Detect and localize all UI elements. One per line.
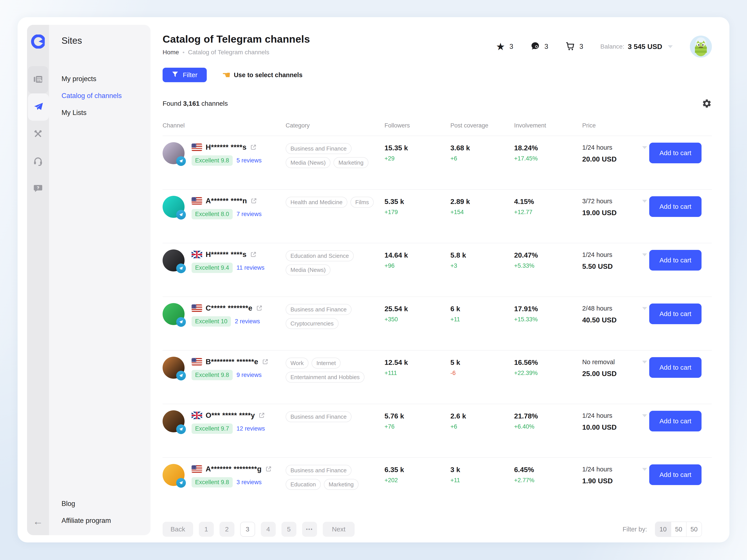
- favorites-counter[interactable]: ★ 3: [496, 42, 513, 52]
- channel-name-link[interactable]: A******* ********g: [191, 465, 272, 473]
- followers-cell: 5.35 k +179: [385, 196, 450, 215]
- country-flag-icon: [191, 251, 202, 258]
- chevron-down-icon: [642, 253, 647, 256]
- channel-name-link[interactable]: B******** ******e: [191, 358, 268, 366]
- channel-name: O*** ***** ****y: [206, 411, 255, 419]
- country-flag-icon: [191, 358, 202, 365]
- sidebar-rail-item-support[interactable]: [27, 148, 49, 175]
- sidebar-item-catalog-of-channels[interactable]: Catalog of channels: [61, 92, 122, 100]
- channel-name-link[interactable]: H****** ****s: [191, 250, 264, 259]
- pagination-page-1[interactable]: 1: [199, 522, 214, 537]
- external-link-icon[interactable]: [258, 412, 265, 419]
- channel-cell: B******** ******e Excellent 9.8 9 review…: [162, 357, 286, 380]
- sidebar-item-my-projects[interactable]: My projects: [61, 75, 122, 83]
- page-size-option-2[interactable]: 50: [686, 522, 701, 536]
- chevron-down-icon: [642, 468, 647, 471]
- price-term-dropdown[interactable]: 1/24 hours: [582, 144, 647, 151]
- price-term-dropdown[interactable]: 2/48 hours: [582, 305, 647, 312]
- sidebar: ? ← Sites My projectsCatalog of channels…: [27, 25, 151, 535]
- price-cell: 1/24 hours 5.50 USD: [582, 250, 649, 271]
- table-settings-gear-icon[interactable]: [702, 99, 712, 108]
- add-to-cart-button[interactable]: Add to cart: [649, 464, 701, 485]
- reviews-link[interactable]: 3 reviews: [237, 479, 262, 486]
- page-size-control: Filter by: 105050: [623, 521, 702, 537]
- sidebar-rail-item-telegram[interactable]: [28, 94, 49, 121]
- add-to-cart-button[interactable]: Add to cart: [649, 143, 701, 163]
- telegram-badge-icon: [176, 156, 186, 166]
- rating-badge: Excellent 10: [191, 316, 231, 327]
- channel-name-link[interactable]: H****** ****s: [191, 143, 262, 151]
- price-term-dropdown[interactable]: 1/24 hours: [582, 251, 647, 258]
- table-row: C***** *******e Excellent 10 2 reviews B…: [162, 297, 712, 351]
- reviews-link[interactable]: 2 reviews: [235, 318, 260, 325]
- external-link-icon[interactable]: [250, 144, 257, 151]
- sidebar-item-my-lists[interactable]: My Lists: [61, 109, 122, 117]
- telegram-badge-icon: [176, 263, 186, 273]
- collapse-sidebar-icon[interactable]: ←: [27, 515, 49, 527]
- price-term-dropdown[interactable]: 1/24 hours: [582, 466, 647, 473]
- category-tag: Business and Finance: [286, 304, 352, 315]
- table-row: O*** ***** ****y Excellent 9.7 12 review…: [162, 404, 712, 458]
- balance-label: Balance:: [600, 43, 624, 50]
- reviews-link[interactable]: 5 reviews: [237, 157, 262, 164]
- add-to-cart-button[interactable]: Add to cart: [649, 304, 701, 324]
- cart-counter[interactable]: 3: [565, 41, 583, 52]
- channel-name-link[interactable]: O*** ***** ****y: [191, 411, 265, 419]
- price-amount: 40.50 USD: [582, 316, 647, 324]
- pagination-page-5[interactable]: 5: [281, 522, 297, 537]
- page-title: Catalog of Telegram channels: [162, 33, 310, 45]
- add-to-cart-button[interactable]: Add to cart: [649, 357, 701, 378]
- breadcrumb-home-link[interactable]: Home: [162, 49, 179, 56]
- pagination-page-3[interactable]: 3: [240, 522, 255, 537]
- category-tag: Cryptocurrencies: [286, 318, 339, 329]
- price-term-dropdown[interactable]: 1/24 hours: [582, 412, 647, 419]
- table-row: H****** ****s Excellent 9.4 11 reviews E…: [162, 243, 712, 297]
- sidebar-rail-item-projects[interactable]: [28, 66, 48, 94]
- sidebar-item-blog[interactable]: Blog: [61, 500, 111, 508]
- external-link-icon[interactable]: [250, 251, 257, 258]
- add-to-cart-button[interactable]: Add to cart: [649, 411, 701, 431]
- reviews-link[interactable]: 9 reviews: [237, 372, 262, 379]
- external-link-icon[interactable]: [265, 466, 272, 472]
- category-tag: Education and Science: [286, 250, 354, 261]
- user-avatar[interactable]: [690, 35, 712, 57]
- filter-button[interactable]: Filter: [162, 68, 207, 82]
- channel-name-link[interactable]: C***** *******e: [191, 304, 262, 312]
- sidebar-item-affiliate-program[interactable]: Affiliate program: [61, 517, 111, 525]
- chevron-down-icon: [668, 45, 673, 48]
- page-size-option-1[interactable]: 50: [671, 522, 686, 536]
- tools-icon: [33, 129, 43, 140]
- table-row: A******* ********g Excellent 9.8 3 revie…: [162, 458, 712, 511]
- pagination-ellipsis[interactable]: •••: [302, 522, 317, 537]
- channel-name: A****** ****n: [206, 197, 247, 205]
- external-link-icon[interactable]: [256, 305, 262, 311]
- pagination-next-button[interactable]: Next: [323, 522, 355, 537]
- messages-counter[interactable]: 3: [531, 41, 548, 52]
- country-flag-icon: [191, 412, 202, 419]
- reviews-link[interactable]: 7 reviews: [237, 211, 262, 218]
- app-logo-icon[interactable]: [31, 34, 45, 49]
- sidebar-rail-item-help[interactable]: ?: [27, 175, 49, 202]
- price-term-dropdown[interactable]: 3/72 hours: [582, 198, 647, 205]
- pagination-back-button[interactable]: Back: [162, 522, 193, 537]
- chat-bubble-icon: [531, 41, 540, 52]
- pagination-page-2[interactable]: 2: [220, 522, 234, 537]
- sidebar-rail-item-tools[interactable]: [27, 121, 49, 148]
- reviews-link[interactable]: 11 reviews: [237, 264, 264, 271]
- post-coverage-cell: 6 k +11: [450, 303, 514, 323]
- category-tags: Business and FinanceEducationMarketing: [286, 464, 384, 490]
- column-header-channel: Channel: [162, 122, 286, 129]
- external-link-icon[interactable]: [251, 198, 257, 204]
- external-link-icon[interactable]: [262, 358, 268, 365]
- category-tags: Health and MedicineFilms: [286, 196, 384, 208]
- balance-dropdown[interactable]: Balance: 3 545 USD: [600, 43, 673, 51]
- channel-name-link[interactable]: A****** ****n: [191, 197, 262, 205]
- add-to-cart-button[interactable]: Add to cart: [649, 196, 701, 217]
- sidebar-menu: My projectsCatalog of channelsMy Lists: [61, 75, 122, 117]
- price-term-dropdown[interactable]: No removal: [582, 358, 647, 366]
- reviews-link[interactable]: 12 reviews: [237, 425, 265, 432]
- pagination-page-4[interactable]: 4: [261, 522, 276, 537]
- add-to-cart-button[interactable]: Add to cart: [649, 250, 701, 271]
- page-size-option-0[interactable]: 10: [655, 522, 671, 536]
- channel-avatar: [162, 196, 184, 218]
